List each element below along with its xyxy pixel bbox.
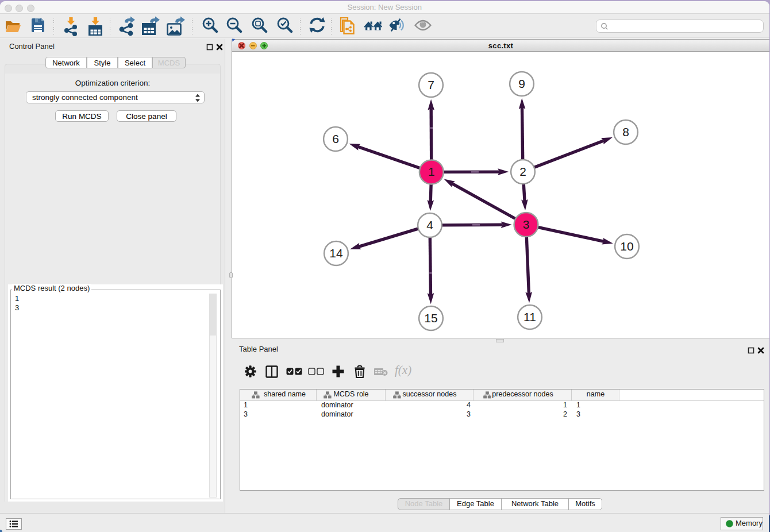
svg-text:3: 3 bbox=[523, 218, 530, 231]
svg-text:4: 4 bbox=[426, 218, 433, 232]
svg-text:9: 9 bbox=[518, 77, 525, 90]
svg-text:14: 14 bbox=[329, 246, 343, 260]
svg-text:8: 8 bbox=[622, 125, 629, 138]
svg-text:7: 7 bbox=[428, 78, 434, 91]
svg-text:6: 6 bbox=[332, 132, 339, 145]
svg-text:15: 15 bbox=[424, 311, 437, 325]
svg-text:11: 11 bbox=[523, 310, 536, 323]
svg-text:10: 10 bbox=[620, 240, 633, 253]
svg-text:1: 1 bbox=[428, 165, 435, 178]
svg-text:2: 2 bbox=[519, 165, 526, 178]
